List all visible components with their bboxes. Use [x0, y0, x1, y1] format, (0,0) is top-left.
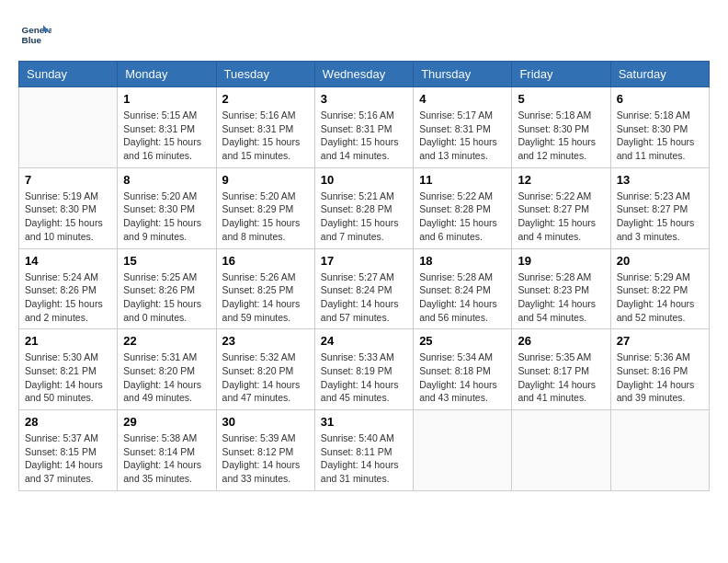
calendar-cell: 20Sunrise: 5:29 AM Sunset: 8:22 PM Dayli… [610, 248, 709, 329]
calendar-cell: 29Sunrise: 5:38 AM Sunset: 8:14 PM Dayli… [118, 410, 216, 491]
day-info: Sunrise: 5:19 AM Sunset: 8:30 PM Dayligh… [25, 190, 111, 244]
weekday-header: Friday [512, 62, 610, 87]
day-number: 27 [617, 334, 703, 348]
day-info: Sunrise: 5:20 AM Sunset: 8:30 PM Dayligh… [123, 190, 210, 244]
weekday-header-row: SundayMondayTuesdayWednesdayThursdayFrid… [19, 62, 710, 87]
day-number: 2 [222, 92, 309, 106]
day-number: 12 [518, 173, 604, 187]
day-number: 9 [222, 173, 309, 187]
weekday-header: Saturday [610, 62, 709, 87]
calendar-cell: 28Sunrise: 5:37 AM Sunset: 8:15 PM Dayli… [19, 410, 118, 491]
day-info: Sunrise: 5:26 AM Sunset: 8:25 PM Dayligh… [222, 270, 309, 325]
day-info: Sunrise: 5:18 AM Sunset: 8:30 PM Dayligh… [518, 109, 604, 163]
calendar-cell: 17Sunrise: 5:27 AM Sunset: 8:24 PM Dayli… [314, 248, 413, 329]
day-number: 18 [419, 254, 506, 268]
logo-icon: General Blue [18, 18, 51, 52]
day-info: Sunrise: 5:16 AM Sunset: 8:31 PM Dayligh… [321, 109, 407, 163]
calendar-cell: 10Sunrise: 5:21 AM Sunset: 8:28 PM Dayli… [314, 167, 413, 248]
weekday-header: Tuesday [216, 62, 314, 87]
day-number: 26 [518, 334, 604, 348]
calendar-cell: 7Sunrise: 5:19 AM Sunset: 8:30 PM Daylig… [19, 167, 118, 248]
day-info: Sunrise: 5:23 AM Sunset: 8:27 PM Dayligh… [617, 190, 703, 244]
calendar-cell: 8Sunrise: 5:20 AM Sunset: 8:30 PM Daylig… [118, 167, 216, 248]
calendar-table: SundayMondayTuesdayWednesdayThursdayFrid… [18, 61, 710, 491]
day-number: 7 [25, 173, 111, 187]
calendar-cell: 11Sunrise: 5:22 AM Sunset: 8:28 PM Dayli… [414, 167, 512, 248]
calendar-cell: 22Sunrise: 5:31 AM Sunset: 8:20 PM Dayli… [118, 329, 216, 410]
day-number: 5 [518, 92, 604, 106]
day-number: 19 [518, 254, 604, 268]
day-info: Sunrise: 5:29 AM Sunset: 8:22 PM Dayligh… [617, 270, 703, 325]
calendar-cell: 16Sunrise: 5:26 AM Sunset: 8:25 PM Dayli… [216, 248, 314, 329]
calendar-cell: 14Sunrise: 5:24 AM Sunset: 8:26 PM Dayli… [19, 248, 118, 329]
day-number: 22 [123, 334, 210, 348]
calendar-cell: 12Sunrise: 5:22 AM Sunset: 8:27 PM Dayli… [512, 167, 610, 248]
weekday-header: Sunday [19, 62, 118, 87]
calendar-cell: 18Sunrise: 5:28 AM Sunset: 8:24 PM Dayli… [414, 248, 512, 329]
calendar-cell: 27Sunrise: 5:36 AM Sunset: 8:16 PM Dayli… [610, 329, 709, 410]
day-info: Sunrise: 5:16 AM Sunset: 8:31 PM Dayligh… [222, 109, 309, 163]
day-info: Sunrise: 5:15 AM Sunset: 8:31 PM Dayligh… [123, 109, 210, 163]
day-number: 17 [321, 254, 407, 268]
day-number: 6 [617, 92, 703, 106]
day-info: Sunrise: 5:39 AM Sunset: 8:12 PM Dayligh… [222, 431, 309, 486]
svg-text:Blue: Blue [22, 35, 42, 45]
calendar-cell: 24Sunrise: 5:33 AM Sunset: 8:19 PM Dayli… [314, 329, 413, 410]
calendar-cell: 19Sunrise: 5:28 AM Sunset: 8:23 PM Dayli… [512, 248, 610, 329]
page-header: General Blue [18, 18, 710, 52]
day-info: Sunrise: 5:40 AM Sunset: 8:11 PM Dayligh… [321, 431, 407, 486]
day-number: 1 [123, 92, 210, 106]
day-info: Sunrise: 5:22 AM Sunset: 8:27 PM Dayligh… [518, 190, 604, 244]
calendar-cell [512, 410, 610, 491]
day-info: Sunrise: 5:35 AM Sunset: 8:17 PM Dayligh… [518, 350, 604, 405]
day-info: Sunrise: 5:18 AM Sunset: 8:30 PM Dayligh… [617, 109, 703, 163]
day-number: 3 [321, 92, 407, 106]
day-number: 16 [222, 254, 309, 268]
day-info: Sunrise: 5:37 AM Sunset: 8:15 PM Dayligh… [25, 431, 111, 486]
calendar-cell: 13Sunrise: 5:23 AM Sunset: 8:27 PM Dayli… [610, 167, 709, 248]
calendar-week-row: 14Sunrise: 5:24 AM Sunset: 8:26 PM Dayli… [19, 248, 710, 329]
day-info: Sunrise: 5:21 AM Sunset: 8:28 PM Dayligh… [321, 190, 407, 244]
calendar-week-row: 28Sunrise: 5:37 AM Sunset: 8:15 PM Dayli… [19, 410, 710, 491]
day-number: 24 [321, 334, 407, 348]
day-info: Sunrise: 5:33 AM Sunset: 8:19 PM Dayligh… [321, 350, 407, 405]
day-info: Sunrise: 5:27 AM Sunset: 8:24 PM Dayligh… [321, 270, 407, 325]
day-number: 13 [617, 173, 703, 187]
day-number: 30 [222, 415, 309, 429]
day-number: 11 [419, 173, 506, 187]
day-info: Sunrise: 5:25 AM Sunset: 8:26 PM Dayligh… [123, 270, 210, 325]
day-info: Sunrise: 5:17 AM Sunset: 8:31 PM Dayligh… [419, 109, 506, 163]
day-info: Sunrise: 5:28 AM Sunset: 8:24 PM Dayligh… [419, 270, 506, 325]
day-info: Sunrise: 5:38 AM Sunset: 8:14 PM Dayligh… [123, 431, 210, 486]
day-number: 29 [123, 415, 210, 429]
calendar-cell: 3Sunrise: 5:16 AM Sunset: 8:31 PM Daylig… [314, 87, 413, 168]
day-number: 21 [25, 334, 111, 348]
calendar-cell: 26Sunrise: 5:35 AM Sunset: 8:17 PM Dayli… [512, 329, 610, 410]
day-number: 31 [321, 415, 407, 429]
day-number: 20 [617, 254, 703, 268]
day-info: Sunrise: 5:32 AM Sunset: 8:20 PM Dayligh… [222, 350, 309, 405]
calendar-cell: 2Sunrise: 5:16 AM Sunset: 8:31 PM Daylig… [216, 87, 314, 168]
day-info: Sunrise: 5:34 AM Sunset: 8:18 PM Dayligh… [419, 350, 506, 405]
calendar-cell: 23Sunrise: 5:32 AM Sunset: 8:20 PM Dayli… [216, 329, 314, 410]
day-info: Sunrise: 5:36 AM Sunset: 8:16 PM Dayligh… [617, 350, 703, 405]
calendar-cell: 21Sunrise: 5:30 AM Sunset: 8:21 PM Dayli… [19, 329, 118, 410]
calendar-week-row: 1Sunrise: 5:15 AM Sunset: 8:31 PM Daylig… [19, 87, 710, 168]
day-number: 8 [123, 173, 210, 187]
calendar-cell: 31Sunrise: 5:40 AM Sunset: 8:11 PM Dayli… [314, 410, 413, 491]
calendar-cell: 15Sunrise: 5:25 AM Sunset: 8:26 PM Dayli… [118, 248, 216, 329]
day-number: 28 [25, 415, 111, 429]
day-info: Sunrise: 5:24 AM Sunset: 8:26 PM Dayligh… [25, 270, 111, 325]
day-number: 4 [419, 92, 506, 106]
day-info: Sunrise: 5:22 AM Sunset: 8:28 PM Dayligh… [419, 190, 506, 244]
calendar-cell: 25Sunrise: 5:34 AM Sunset: 8:18 PM Dayli… [414, 329, 512, 410]
day-info: Sunrise: 5:30 AM Sunset: 8:21 PM Dayligh… [25, 350, 111, 405]
calendar-cell: 9Sunrise: 5:20 AM Sunset: 8:29 PM Daylig… [216, 167, 314, 248]
logo: General Blue [18, 18, 51, 52]
calendar-cell: 5Sunrise: 5:18 AM Sunset: 8:30 PM Daylig… [512, 87, 610, 168]
calendar-cell: 1Sunrise: 5:15 AM Sunset: 8:31 PM Daylig… [118, 87, 216, 168]
weekday-header: Wednesday [314, 62, 413, 87]
weekday-header: Thursday [414, 62, 512, 87]
calendar-week-row: 7Sunrise: 5:19 AM Sunset: 8:30 PM Daylig… [19, 167, 710, 248]
calendar-cell: 30Sunrise: 5:39 AM Sunset: 8:12 PM Dayli… [216, 410, 314, 491]
